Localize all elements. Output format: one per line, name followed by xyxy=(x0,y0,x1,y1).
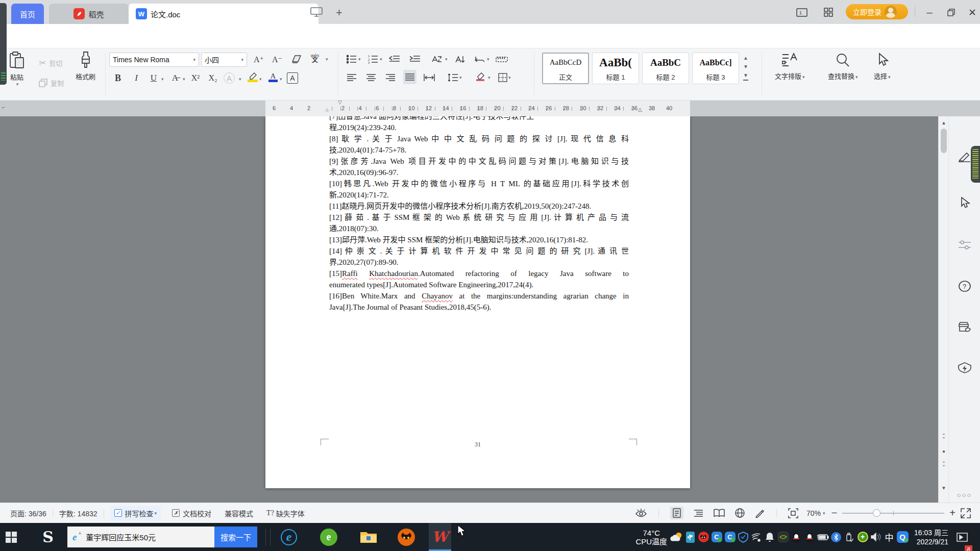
right-indent-marker[interactable]: △ xyxy=(638,107,642,112)
char-effect-icon[interactable]: A xyxy=(224,72,235,84)
scroll-up-icon[interactable]: ▲ xyxy=(939,120,949,126)
page-indicator[interactable]: 页面: 36/36 xyxy=(10,508,46,518)
nvidia-icon[interactable] xyxy=(776,523,790,551)
app-grid-icon[interactable] xyxy=(821,6,836,18)
cut-button[interactable]: ✂ 剪切 xyxy=(39,58,62,68)
document-proofing[interactable]: ✗文档校对 xyxy=(172,508,211,518)
clear-format-icon[interactable] xyxy=(290,53,303,66)
align-right-icon[interactable] xyxy=(384,71,397,84)
font-size-select[interactable]: 小四▾ xyxy=(201,53,247,67)
scrollbar-thumb[interactable] xyxy=(941,129,947,153)
more-tools-icon[interactable]: ○○○ xyxy=(957,491,972,499)
bold-button[interactable]: B xyxy=(111,71,125,85)
browser-360-icon[interactable]: e xyxy=(317,523,340,551)
window-mode-icon[interactable]: 1 xyxy=(794,6,810,18)
screen-share-icon[interactable] xyxy=(310,7,323,17)
compat-mode[interactable]: 兼容模式 xyxy=(225,508,253,518)
find-replace-tool[interactable]: 查找替换▾ xyxy=(828,53,858,81)
shading-icon[interactable] xyxy=(474,70,487,83)
weather-icon[interactable] xyxy=(670,523,683,551)
sort-icon[interactable] xyxy=(453,53,467,66)
eye-protect-icon[interactable] xyxy=(635,509,647,518)
qq-icon[interactable] xyxy=(790,523,803,551)
vertical-scrollbar[interactable]: ▲ ⌃⌃ ● ⌄⌄ ▼ xyxy=(938,116,948,503)
first-line-indent-marker[interactable]: ▽ xyxy=(338,99,342,105)
qq-browser-icon[interactable]: Q xyxy=(896,523,909,551)
file-explorer-icon[interactable] xyxy=(357,523,380,551)
battery-icon[interactable] xyxy=(816,523,829,551)
document-page[interactable]: [7]田智慧.Java 面向对象编程的三大特性[J].电子技术与软件工 程,20… xyxy=(265,116,690,488)
superscript-button[interactable]: X² xyxy=(189,71,202,85)
font-name-select[interactable]: Times New Roma▾ xyxy=(109,53,199,67)
security-shield-icon[interactable] xyxy=(737,523,750,551)
zoom-slider[interactable] xyxy=(842,513,944,514)
zoom-value[interactable]: 70% xyxy=(806,509,821,517)
prev-page-icon[interactable]: ⌃⌃ xyxy=(939,434,949,441)
bluetooth-icon[interactable] xyxy=(829,523,843,551)
zoom-in-icon[interactable]: + xyxy=(949,507,955,519)
usb-eject-icon[interactable] xyxy=(843,523,856,551)
select-arrow-icon[interactable] xyxy=(959,197,970,209)
document-area[interactable]: [7]田智慧.Java 面向对象编程的三大特性[J].电子技术与软件工 程,20… xyxy=(0,116,938,503)
minimize-button[interactable]: – xyxy=(922,6,937,18)
tab-docer[interactable]: 稻壳 xyxy=(49,4,129,24)
highlight-color-button[interactable] xyxy=(246,70,259,84)
pinyin-guide-icon[interactable]: wén文 xyxy=(308,52,322,65)
next-page-icon[interactable]: ⌄⌄ xyxy=(939,459,949,466)
wrap-mark-icon[interactable] xyxy=(473,53,486,66)
italic-button[interactable]: I xyxy=(130,71,143,85)
ie-taskbar-icon[interactable]: e xyxy=(278,523,300,551)
distribute-icon[interactable] xyxy=(423,71,436,84)
page-select-icon[interactable]: ● xyxy=(939,449,949,454)
web-layout-icon[interactable] xyxy=(735,508,745,518)
styles-up-icon[interactable]: ▲ xyxy=(743,54,748,62)
font-color-button[interactable]: A xyxy=(266,70,280,84)
outline-view-icon[interactable] xyxy=(694,509,703,517)
subscript-button[interactable]: X₂ xyxy=(206,71,219,85)
zoom-out-icon[interactable]: − xyxy=(831,507,838,519)
increase-indent-icon[interactable] xyxy=(408,53,422,66)
new-tab-button[interactable]: + xyxy=(336,6,342,19)
word-count[interactable]: 字数: 14832 xyxy=(59,508,97,518)
styles-down-icon[interactable]: ▼ xyxy=(743,62,748,71)
tab-document[interactable]: W 论文.doc xyxy=(129,4,318,24)
qianniu-icon[interactable] xyxy=(395,523,418,551)
start-button[interactable] xyxy=(0,523,22,551)
decrease-indent-icon[interactable] xyxy=(388,53,401,66)
zoom-slider-thumb[interactable] xyxy=(873,509,880,517)
usb-tray-icon[interactable] xyxy=(683,523,697,551)
bullet-list-icon[interactable] xyxy=(345,53,358,66)
align-center-icon[interactable] xyxy=(364,71,378,84)
read-mode-icon[interactable] xyxy=(714,509,725,517)
wps-taskbar-icon[interactable]: W xyxy=(429,523,451,551)
scroll-down-icon[interactable]: ▼ xyxy=(939,486,949,491)
spell-check-toggle[interactable]: ✓拼写检查▾ xyxy=(110,506,161,520)
tab-home[interactable]: 首页 xyxy=(11,4,44,24)
decrease-font-icon[interactable]: A⁻ xyxy=(271,53,284,66)
cpu-temp-widget[interactable]: 74°C CPU温度 xyxy=(635,529,667,546)
format-painter-button[interactable]: 格式刷 xyxy=(76,52,95,81)
copy-button[interactable]: 复制 xyxy=(39,78,64,88)
action-center-icon[interactable]: 8 xyxy=(955,523,969,551)
wangwang-icon[interactable] xyxy=(697,523,710,551)
horizontal-ruler[interactable]: 6 4 2 246810121416182022242628303234 36 … xyxy=(0,101,980,116)
style-item[interactable]: AaBbC标题 2 xyxy=(642,53,689,84)
temperature-mini-widget[interactable] xyxy=(971,146,980,183)
tab-ruler-icon[interactable] xyxy=(495,53,508,66)
pc-manager-icon[interactable]: C xyxy=(710,523,723,551)
wifi-icon[interactable] xyxy=(750,523,763,551)
increase-font-icon[interactable]: A⁺ xyxy=(252,53,265,66)
badge-icon[interactable] xyxy=(958,362,972,374)
document-text[interactable]: [7]田智慧.Java 面向对象编程的三大特性[J].电子技术与软件工 程,20… xyxy=(329,116,629,313)
ink-pen-icon[interactable] xyxy=(755,508,765,518)
ime-indicator[interactable]: 中 xyxy=(883,523,896,551)
style-item[interactable]: AaBbCcD正文 xyxy=(542,53,589,84)
search-go-button[interactable]: 搜索一下 xyxy=(214,527,257,547)
qq-icon-2[interactable] xyxy=(803,523,816,551)
char-border-button[interactable]: A xyxy=(287,72,298,84)
style-item[interactable]: AaBbCc]标题 3 xyxy=(692,53,739,84)
underline-button[interactable]: U xyxy=(147,71,160,85)
style-item[interactable]: AaBb(标题 1 xyxy=(592,53,639,84)
strikethrough-button[interactable]: A̶ xyxy=(168,71,182,85)
print-layout-view-icon[interactable] xyxy=(670,507,683,519)
